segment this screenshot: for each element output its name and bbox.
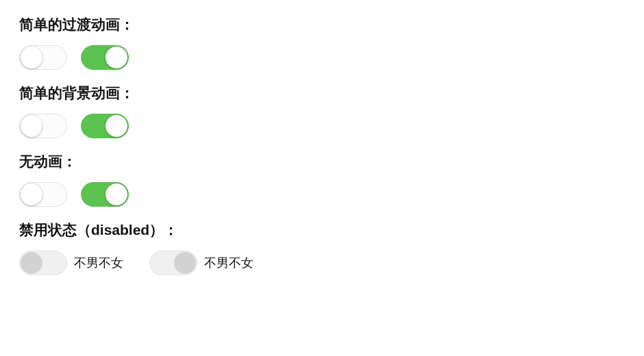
toggle-knob [106, 115, 127, 137]
toggle-knob [21, 47, 42, 68]
section-noanim-switch-row [19, 182, 625, 207]
toggle-knob [21, 183, 42, 205]
section-disabled-label: 禁用状态（disabled）： [19, 220, 625, 240]
disabled-pair-1: 不男不女 [19, 251, 123, 275]
section-disabled: 禁用状态（disabled）： 不男不女 不男不女 [19, 220, 625, 275]
section-disabled-switch-row: 不男不女 不男不女 [19, 251, 625, 275]
toggle-knob [21, 252, 42, 274]
section-background-label: 简单的背景动画： [19, 84, 625, 103]
noanim-toggle-on[interactable] [81, 182, 129, 207]
disabled-pair-2: 不男不女 [149, 251, 253, 275]
transition-toggle-off[interactable] [19, 45, 67, 70]
section-noanim-label: 无动画： [19, 152, 625, 171]
section-background: 简单的背景动画： [19, 84, 625, 138]
toggle-knob [174, 252, 196, 274]
disabled-toggle-1 [19, 251, 67, 275]
section-transition-switch-row [19, 45, 625, 70]
background-toggle-on[interactable] [81, 114, 129, 138]
disabled-toggle-1-label: 不男不女 [74, 255, 123, 271]
background-toggle-off[interactable] [19, 114, 67, 138]
section-background-switch-row [19, 114, 625, 138]
toggle-knob [21, 115, 42, 137]
toggle-knob [106, 47, 127, 68]
noanim-toggle-off[interactable] [19, 182, 67, 207]
toggle-knob [106, 183, 127, 205]
transition-toggle-on[interactable] [81, 45, 129, 70]
section-transition: 简单的过渡动画： [19, 15, 625, 70]
section-transition-label: 简单的过渡动画： [19, 15, 625, 34]
disabled-toggle-2 [149, 251, 197, 275]
disabled-toggle-2-label: 不男不女 [204, 255, 253, 271]
section-noanim: 无动画： [19, 152, 625, 207]
